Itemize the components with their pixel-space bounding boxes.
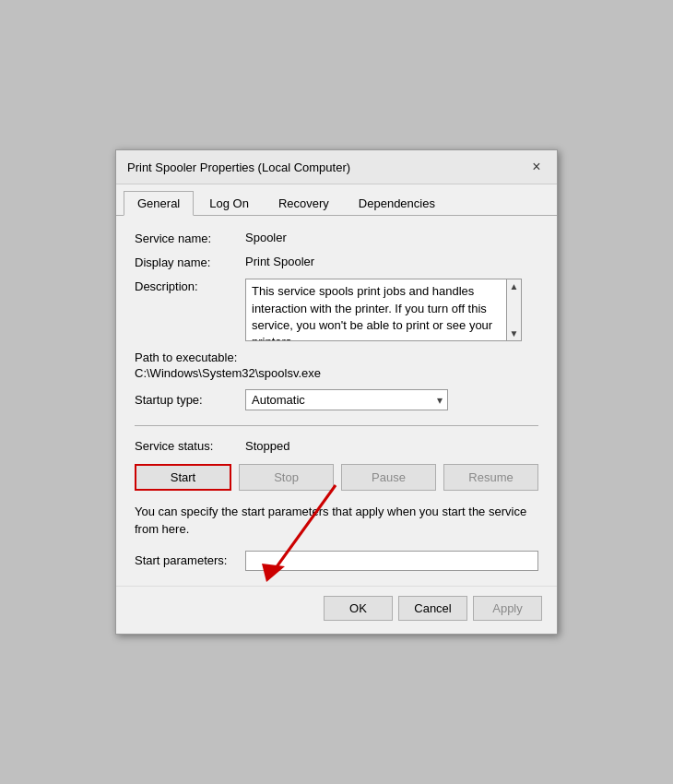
tab-content: Service name: Spooler Display name: Prin…: [116, 216, 557, 585]
path-section: Path to executable: C:\Windows\System32\…: [135, 350, 538, 380]
dialog-title: Print Spooler Properties (Local Computer…: [127, 160, 350, 174]
startup-label: Startup type:: [135, 393, 245, 407]
hint-text: You can specify the start parameters tha…: [135, 504, 538, 537]
service-status-label: Service status:: [135, 439, 245, 453]
apply-button[interactable]: Apply: [473, 596, 542, 621]
close-button[interactable]: ×: [527, 158, 546, 176]
cancel-button[interactable]: Cancel: [398, 596, 467, 621]
service-status-value: Stopped: [245, 439, 289, 453]
display-name-row: Display name: Print Spooler: [135, 255, 538, 269]
path-value: C:\Windows\System32\spoolsv.exe: [135, 366, 538, 380]
dialog-footer: OK Cancel Apply: [116, 586, 557, 634]
title-bar: Print Spooler Properties (Local Computer…: [116, 150, 557, 184]
display-name-label: Display name:: [135, 255, 245, 269]
service-name-row: Service name: Spooler: [135, 231, 538, 245]
startup-select-wrapper: Automatic Manual Disabled: [245, 389, 448, 410]
startup-row: Startup type: Automatic Manual Disabled: [135, 389, 538, 410]
start-params-input[interactable]: [245, 551, 538, 571]
pause-button[interactable]: Pause: [341, 464, 436, 491]
start-button[interactable]: Start: [135, 464, 231, 491]
description-scrollbar[interactable]: ▲ ▼: [506, 279, 521, 340]
startup-type-select[interactable]: Automatic Manual Disabled: [245, 389, 448, 410]
description-box: This service spools print jobs and handl…: [245, 279, 522, 341]
description-text: This service spools print jobs and handl…: [252, 283, 515, 341]
path-label: Path to executable:: [135, 350, 538, 364]
description-label: Description:: [135, 279, 245, 293]
display-name-value: Print Spooler: [245, 255, 314, 268]
service-name-value: Spooler: [245, 231, 287, 244]
resume-button[interactable]: Resume: [443, 464, 538, 491]
ok-button[interactable]: OK: [324, 596, 393, 621]
scroll-up-icon[interactable]: ▲: [507, 279, 521, 293]
service-status-row: Service status: Stopped: [135, 439, 538, 453]
tab-recovery[interactable]: Recovery: [265, 191, 343, 216]
section-divider: [135, 425, 538, 426]
tab-dependencies[interactable]: Dependencies: [345, 191, 449, 216]
service-control-buttons: Start Stop Pause Resume: [135, 464, 538, 491]
tab-general[interactable]: General: [124, 191, 194, 216]
service-name-label: Service name:: [135, 231, 245, 245]
tab-logon[interactable]: Log On: [195, 191, 263, 216]
dialog-window: Print Spooler Properties (Local Computer…: [115, 149, 558, 634]
scroll-down-icon[interactable]: ▼: [507, 327, 521, 340]
start-params-label: Start parameters:: [135, 553, 245, 567]
tabs-bar: General Log On Recovery Dependencies: [116, 184, 557, 216]
stop-button[interactable]: Stop: [239, 464, 334, 491]
description-row: Description: This service spools print j…: [135, 279, 538, 341]
start-params-row: Start parameters:: [135, 551, 538, 571]
